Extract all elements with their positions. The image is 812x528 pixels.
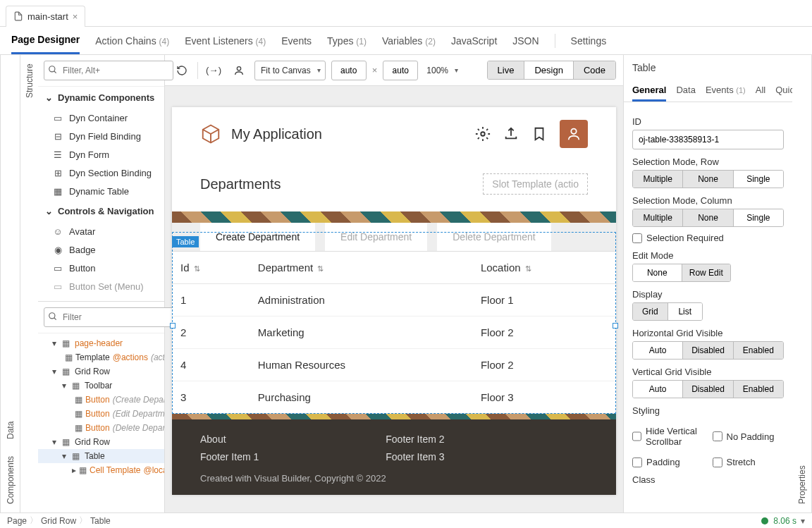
table-row[interactable]: 1AdministrationFloor 1 xyxy=(172,284,616,317)
section-dynamic[interactable]: ⌄Dynamic Components xyxy=(38,87,164,109)
gear-icon[interactable] xyxy=(475,126,491,142)
crumb-grid-row[interactable]: Grid Row xyxy=(41,516,76,526)
tree-node[interactable]: ▸▦Cell Template @locati xyxy=(38,463,164,477)
comp-badge[interactable]: ◉Badge xyxy=(38,240,164,259)
crumb-table[interactable]: Table xyxy=(90,516,111,526)
nav-tab-event-listeners[interactable]: Event Listeners (4) xyxy=(185,28,266,54)
tree-node[interactable]: ▦Template @actions (act xyxy=(38,350,164,364)
table-row[interactable]: 2MarketingFloor 2 xyxy=(172,317,616,349)
comp-dyn-section-binding[interactable]: ⊞Dyn Section Binding xyxy=(38,164,164,182)
vgrid-disabled[interactable]: Disabled xyxy=(682,381,732,398)
nav-tab-action-chains[interactable]: Action Chains (4) xyxy=(95,28,169,54)
table-row[interactable]: 3PurchasingFloor 3 xyxy=(172,381,616,414)
caret-icon[interactable]: ▾ xyxy=(62,381,69,391)
vgrid-auto[interactable]: Auto xyxy=(633,381,682,398)
tree-node[interactable]: ▾▦Toolbar xyxy=(38,379,164,393)
display-grid[interactable]: Grid xyxy=(633,303,668,320)
caret-icon[interactable]: ▸ xyxy=(72,465,76,475)
tree-node[interactable]: ▦Button (Delete Depar xyxy=(38,421,164,435)
table-row[interactable]: 4Human ResourcesFloor 2 xyxy=(172,349,616,381)
sel-required-checkbox[interactable] xyxy=(632,233,642,243)
width-input[interactable] xyxy=(331,61,367,80)
crumb-page[interactable]: Page xyxy=(7,516,27,526)
vgrid-enabled[interactable]: Enabled xyxy=(733,381,783,398)
caret-icon[interactable]: ▾ xyxy=(62,451,69,461)
sel-col-none[interactable]: None xyxy=(682,209,732,226)
mode-design[interactable]: Design xyxy=(524,61,572,79)
stretch-checkbox[interactable] xyxy=(713,458,722,467)
expand-button[interactable]: (→) xyxy=(204,61,223,80)
close-icon[interactable]: × xyxy=(73,11,78,22)
col-location[interactable]: Location⇅ xyxy=(472,252,616,284)
tab-edit-department[interactable]: Edit Department xyxy=(325,223,427,251)
display-list[interactable]: List xyxy=(668,303,703,320)
share-icon[interactable] xyxy=(503,126,519,142)
nav-tab-types[interactable]: Types (1) xyxy=(327,28,367,54)
height-input[interactable] xyxy=(383,61,418,80)
tab-delete-department[interactable]: Delete Department xyxy=(437,223,551,251)
footer-link[interactable]: Footer Item 3 xyxy=(386,448,444,466)
comp-dynamic-table[interactable]: ▦Dynamic Table xyxy=(38,182,164,200)
tree-node[interactable]: ▾▦Grid Row xyxy=(38,364,164,379)
avatar[interactable] xyxy=(560,120,588,148)
col-department[interactable]: Department⇅ xyxy=(250,252,472,284)
tree-node[interactable]: ▾▦Grid Row xyxy=(38,435,164,449)
sel-col-single[interactable]: Single xyxy=(733,209,783,226)
props-tab-quick[interactable]: Quick S xyxy=(775,80,792,102)
tree-node[interactable]: ▾▦page-header xyxy=(38,336,164,350)
structure-filter-input[interactable] xyxy=(44,307,173,327)
footer-link[interactable]: Footer Item 1 xyxy=(200,448,259,466)
selected-table[interactable]: Table Id⇅ Department⇅ Location⇅ 1Adminis… xyxy=(172,252,616,414)
tree-node[interactable]: ▦Button (Edit Departm xyxy=(38,407,164,421)
rail-components[interactable]: Components xyxy=(6,456,16,504)
bookmark-icon[interactable] xyxy=(531,126,547,142)
canvas[interactable]: My Application Departments Slot Template… xyxy=(172,107,616,495)
tree-node[interactable]: ▾▦Table xyxy=(38,449,164,463)
tab-create-department[interactable]: Create Department xyxy=(200,223,315,251)
slot-placeholder[interactable]: Slot Template (actio xyxy=(483,173,588,195)
caret-icon[interactable]: ▾ xyxy=(52,437,59,447)
mode-code[interactable]: Code xyxy=(573,61,615,79)
footer-link[interactable]: Footer Item 2 xyxy=(386,431,444,448)
caret-icon[interactable]: ▾ xyxy=(52,338,59,348)
nav-tab-javascript[interactable]: JavaScript xyxy=(451,28,497,54)
nav-tab-events[interactable]: Events xyxy=(281,28,312,54)
mode-live[interactable]: Live xyxy=(488,61,524,79)
props-tab-events[interactable]: Events (1) xyxy=(706,80,746,102)
sel-col-multiple[interactable]: Multiple xyxy=(633,209,682,226)
fit-select[interactable]: Fit to Canvas▾ xyxy=(254,61,326,80)
no-padding-checkbox[interactable] xyxy=(713,431,722,441)
footer-link[interactable]: About xyxy=(200,431,259,448)
user-button[interactable] xyxy=(229,61,249,80)
hgrid-enabled[interactable]: Enabled xyxy=(733,342,783,359)
sel-row-multiple[interactable]: Multiple xyxy=(633,171,682,188)
id-input[interactable] xyxy=(632,130,784,149)
reload-button[interactable] xyxy=(172,61,192,80)
hgrid-disabled[interactable]: Disabled xyxy=(682,342,732,359)
comp-button-set[interactable]: ▭Button Set (Menu) xyxy=(38,277,164,295)
comp-dyn-container[interactable]: ▭Dyn Container xyxy=(38,109,164,127)
padding-checkbox[interactable] xyxy=(632,458,642,467)
comp-button[interactable]: ▭Button xyxy=(38,259,164,277)
hide-scroll-checkbox[interactable] xyxy=(632,431,641,441)
sel-row-none[interactable]: None xyxy=(682,171,732,188)
comp-dyn-form[interactable]: ☰Dyn Form xyxy=(38,145,164,164)
data-table[interactable]: Id⇅ Department⇅ Location⇅ 1Administratio… xyxy=(172,252,616,414)
nav-tab-settings[interactable]: Settings xyxy=(571,28,607,54)
caret-icon[interactable]: ▾ xyxy=(52,367,59,376)
edit-none[interactable]: None xyxy=(633,264,682,281)
comp-avatar[interactable]: ☺Avatar xyxy=(38,222,164,240)
zoom-select[interactable]: 100%▾ xyxy=(424,61,462,80)
props-tab-all[interactable]: All xyxy=(756,80,765,102)
hgrid-auto[interactable]: Auto xyxy=(633,342,682,359)
nav-tab-variables[interactable]: Variables (2) xyxy=(382,28,436,54)
rail-properties[interactable]: Properties xyxy=(797,465,807,504)
chevron-down-icon[interactable]: ▾ xyxy=(801,516,805,526)
components-filter-input[interactable] xyxy=(44,61,173,80)
tree-node[interactable]: ▦Button (Create Depar xyxy=(38,393,164,407)
section-controls[interactable]: ⌄Controls & Navigation xyxy=(38,200,164,222)
nav-tab-page-designer[interactable]: Page Designer xyxy=(11,27,80,54)
nav-tab-json[interactable]: JSON xyxy=(512,28,539,54)
props-tab-data[interactable]: Data xyxy=(676,80,695,102)
props-tab-general[interactable]: General xyxy=(632,80,666,102)
